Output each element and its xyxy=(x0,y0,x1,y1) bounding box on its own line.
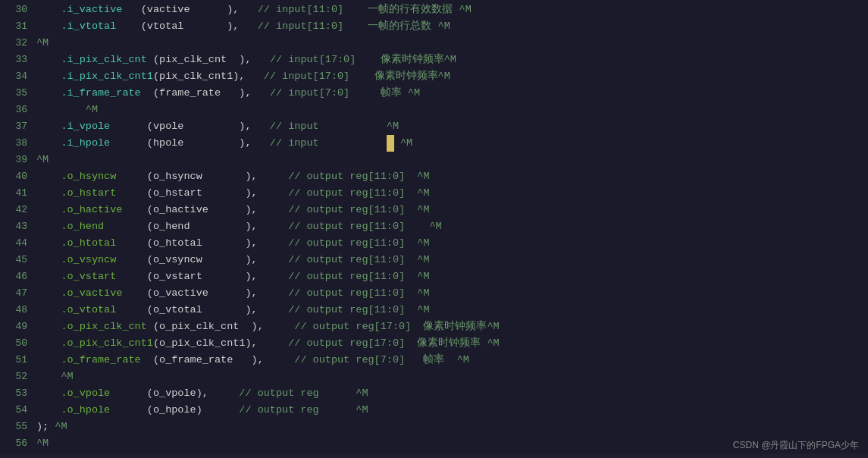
line-number: 35 xyxy=(6,85,27,102)
line-content: .o_frame_rate (o_frame_rate ), // output… xyxy=(36,352,469,369)
watermark: CSDN @丹霞山下的FPGA少年 xyxy=(733,439,859,452)
line-content: .i_pix_clk_cnt (pix_clk_cnt ), // input[… xyxy=(36,52,456,68)
code-token: ^M xyxy=(319,387,368,399)
code-token: // output reg xyxy=(239,387,318,399)
code-token: ^M xyxy=(36,104,98,115)
line-content: .o_vsyncw (o_vsyncw ), // output reg[11:… xyxy=(36,252,430,268)
code-line: 47 .o_vactive (o_vactive ), // output re… xyxy=(0,285,868,302)
code-token: ^M xyxy=(405,187,429,199)
line-number: 47 xyxy=(6,285,27,302)
code-line: 54 .o_hpole (o_hpole) // output reg ^M xyxy=(0,402,868,419)
code-token: // output reg[11:0] xyxy=(288,287,405,299)
code-line: 51 .o_frame_rate (o_frame_rate ), // out… xyxy=(0,352,868,369)
cursor xyxy=(387,135,394,152)
code-token: (vpole ), xyxy=(147,121,270,132)
line-number: 43 xyxy=(6,218,27,235)
code-token: 像素时钟频率 xyxy=(405,337,487,349)
line-number: 33 xyxy=(6,52,27,68)
line-number: 40 xyxy=(6,168,27,185)
code-token: ^M xyxy=(36,371,74,382)
line-content: ); ^M xyxy=(36,419,67,435)
line-number: 36 xyxy=(6,102,27,118)
line-content: ^M xyxy=(36,152,49,168)
line-content: .i_hpole (hpole ), // input ^M xyxy=(36,135,412,152)
line-number: 41 xyxy=(6,185,27,202)
code-line: 40 .o_hsyncw (o_hsyncw ), // output reg[… xyxy=(0,168,868,185)
code-token: (o_vactive ), xyxy=(147,287,288,299)
code-token: .o_vpole xyxy=(36,387,147,399)
code-token: (vtotal ), xyxy=(141,20,258,32)
code-token: // output reg[17:0] xyxy=(288,337,405,349)
code-line: 44 .o_htotal (o_htotal ), // output reg[… xyxy=(0,235,868,252)
line-number: 37 xyxy=(6,118,27,135)
code-token: (hpole ), xyxy=(147,137,270,149)
line-content: .i_frame_rate (frame_rate ), // input[7:… xyxy=(36,85,420,102)
code-token: ^M xyxy=(319,404,368,416)
code-line: 31 .i_vtotal (vtotal ), // input[11:0] 一… xyxy=(0,18,868,35)
code-token: ^M xyxy=(487,321,499,332)
code-token: // output reg[11:0] xyxy=(288,171,405,182)
code-token: (o_hstart ), xyxy=(147,187,288,199)
code-token: ^M xyxy=(408,87,420,99)
code-line: 43 .o_hend (o_hend ), // output reg[11:0… xyxy=(0,218,868,235)
code-token: .i_vactive xyxy=(36,4,141,15)
code-line: 37 .i_vpole (vpole ), // input ^M xyxy=(0,118,868,135)
code-token: // input xyxy=(270,137,319,149)
line-number: 38 xyxy=(6,135,27,152)
line-number: 45 xyxy=(6,252,27,268)
line-content: ^M xyxy=(36,369,74,385)
line-content: .o_hpole (o_hpole) // output reg ^M xyxy=(36,402,368,419)
code-line: 41 .o_hstart (o_hstart ), // output reg[… xyxy=(0,185,868,202)
code-token: // input[17:0] xyxy=(270,54,356,65)
code-token: ^M xyxy=(319,121,399,132)
line-content: .o_vactive (o_vactive ), // output reg[1… xyxy=(36,285,430,302)
code-token: (o_frame_rate ), xyxy=(153,354,294,365)
code-token: ); xyxy=(36,421,55,432)
line-number: 54 xyxy=(6,402,27,419)
line-number: 56 xyxy=(6,435,27,452)
code-area: 30 .i_vactive (vactive ), // input[11:0]… xyxy=(0,0,868,453)
code-token: ^M xyxy=(405,304,429,315)
code-token: ^M xyxy=(405,271,429,282)
code-line: 33 .i_pix_clk_cnt (pix_clk_cnt ), // inp… xyxy=(0,52,868,68)
code-token: ^M xyxy=(444,54,456,65)
code-token: // output reg[11:0] xyxy=(288,237,405,249)
code-token: // output reg[11:0] xyxy=(288,271,405,282)
code-token: // output reg[7:0] xyxy=(294,354,405,365)
code-token: (o_vtotal ), xyxy=(147,304,288,315)
line-content: .i_vtotal (vtotal ), // input[11:0] 一帧的行… xyxy=(36,18,450,35)
code-token: // output reg[11:0] xyxy=(288,204,405,215)
code-token: (o_vpole), xyxy=(147,387,240,399)
line-number: 53 xyxy=(6,385,27,402)
code-line: 49 .o_pix_clk_cnt (o_pix_clk_cnt ), // o… xyxy=(0,318,868,335)
code-token: .i_vpole xyxy=(36,121,147,132)
code-token: 一帧的行总数 xyxy=(343,20,438,32)
line-content: .o_htotal (o_htotal ), // output reg[11:… xyxy=(36,235,430,252)
code-line: 46 .o_vstart (o_vstart ), // output reg[… xyxy=(0,268,868,285)
line-content: ^M xyxy=(36,435,49,452)
code-line: 52 ^M xyxy=(0,369,868,385)
code-token: .o_vstart xyxy=(36,271,147,282)
code-token: .i_frame_rate xyxy=(36,87,153,99)
code-token: .o_hpole xyxy=(36,404,147,416)
code-token: (o_vstart ), xyxy=(147,271,288,282)
code-token: (o_hpole) xyxy=(147,404,240,416)
code-line: 35 .i_frame_rate (frame_rate ), // input… xyxy=(0,85,868,102)
code-token: .i_pix_clk_cnt xyxy=(36,54,153,65)
code-token: .i_pix_clk_cnt1 xyxy=(36,71,153,82)
code-token: ^M xyxy=(36,438,49,449)
code-token: // output reg[17:0] xyxy=(294,321,411,332)
line-content: .i_vpole (vpole ), // input ^M xyxy=(36,118,399,135)
code-token: // output reg xyxy=(239,404,318,416)
code-token: .o_pix_clk_cnt xyxy=(36,321,153,332)
line-content: .i_vactive (vactive ), // input[11:0] 一帧… xyxy=(36,2,472,18)
code-line: 34 .i_pix_clk_cnt1(pix_clk_cnt1), // inp… xyxy=(0,68,868,85)
line-number: 52 xyxy=(6,369,27,385)
code-token: // input xyxy=(270,121,319,132)
code-token: // output reg[11:0] xyxy=(288,187,405,199)
code-token: .o_htotal xyxy=(36,237,147,249)
code-token: ^M xyxy=(55,421,67,432)
code-container: 30 .i_vactive (vactive ), // input[11:0]… xyxy=(0,0,868,458)
code-token: .o_frame_rate xyxy=(36,354,153,365)
line-number: 34 xyxy=(6,68,27,85)
